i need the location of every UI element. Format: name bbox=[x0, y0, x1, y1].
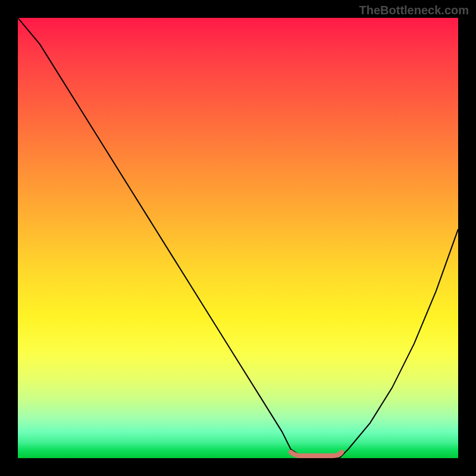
watermark-text: TheBottleneck.com bbox=[359, 4, 469, 17]
optimal-segment-highlight bbox=[291, 452, 342, 456]
plot-area bbox=[18, 18, 458, 458]
bottleneck-curve-line bbox=[18, 18, 458, 458]
chart-svg bbox=[18, 18, 458, 458]
